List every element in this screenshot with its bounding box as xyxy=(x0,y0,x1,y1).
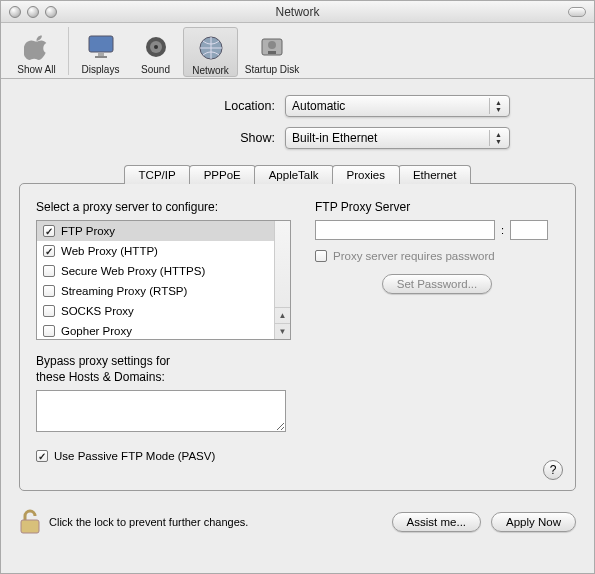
globe-icon xyxy=(197,34,225,62)
proxy-row-https[interactable]: Secure Web Proxy (HTTPS) xyxy=(37,261,274,281)
show-select[interactable]: Built-in Ethernet ▲▼ xyxy=(285,127,510,149)
toolbar-label: Displays xyxy=(82,64,120,75)
toolbar-label: Sound xyxy=(141,64,170,75)
proxy-row-gopher[interactable]: Gopher Proxy xyxy=(37,321,274,340)
tab-tcpip[interactable]: TCP/IP xyxy=(124,165,191,184)
proxy-select-label: Select a proxy server to configure: xyxy=(36,200,291,214)
display-icon xyxy=(86,33,116,61)
proxy-row-ftp[interactable]: FTP Proxy xyxy=(37,221,274,241)
proxy-item-label: Secure Web Proxy (HTTPS) xyxy=(61,265,205,277)
lock-open-icon[interactable] xyxy=(19,509,41,535)
proxy-list[interactable]: FTP Proxy Web Proxy (HTTP) Secure Web Pr… xyxy=(36,220,291,340)
window-title: Network xyxy=(1,5,594,19)
proxy-port-input[interactable] xyxy=(510,220,548,240)
titlebar: Network xyxy=(1,1,594,23)
requires-password-label: Proxy server requires password xyxy=(333,250,495,262)
proxy-checkbox[interactable] xyxy=(43,225,55,237)
svg-rect-1 xyxy=(98,53,104,56)
svg-rect-10 xyxy=(21,520,39,533)
chevron-updown-icon: ▲▼ xyxy=(489,130,507,146)
toolbar-label: Show All xyxy=(17,64,55,75)
proxy-scrollbar[interactable]: ▲ ▼ xyxy=(274,221,290,339)
proxy-item-label: FTP Proxy xyxy=(61,225,115,237)
set-password-button[interactable]: Set Password... xyxy=(382,274,493,294)
assist-me-button[interactable]: Assist me... xyxy=(392,512,481,532)
svg-point-5 xyxy=(154,45,158,49)
toolbar-displays[interactable]: Displays xyxy=(73,27,128,75)
proxy-checkbox[interactable] xyxy=(43,285,55,297)
proxy-item-label: Gopher Proxy xyxy=(61,325,132,337)
server-label: FTP Proxy Server xyxy=(315,200,559,214)
scroll-up-icon[interactable]: ▲ xyxy=(275,307,290,323)
toolbar-sound[interactable]: Sound xyxy=(128,27,183,75)
proxy-checkbox[interactable] xyxy=(43,325,55,337)
toolbar-separator xyxy=(68,27,69,75)
location-value: Automatic xyxy=(292,99,345,113)
bypass-hosts-input[interactable] xyxy=(36,390,286,432)
proxy-checkbox[interactable] xyxy=(43,305,55,317)
disk-icon xyxy=(258,33,286,61)
toolbar-network[interactable]: Network xyxy=(183,27,238,77)
toolbar-startup-disk[interactable]: Startup Disk xyxy=(238,27,306,75)
proxy-item-label: Streaming Proxy (RTSP) xyxy=(61,285,187,297)
tab-ethernet[interactable]: Ethernet xyxy=(398,165,471,184)
proxy-row-http[interactable]: Web Proxy (HTTP) xyxy=(37,241,274,261)
speaker-icon xyxy=(142,33,170,61)
svg-point-8 xyxy=(268,41,276,49)
show-value: Built-in Ethernet xyxy=(292,131,377,145)
passive-ftp-label: Use Passive FTP Mode (PASV) xyxy=(54,450,215,462)
host-port-separator: : xyxy=(501,224,504,236)
svg-rect-2 xyxy=(95,56,107,58)
tab-appletalk[interactable]: AppleTalk xyxy=(254,165,334,184)
scroll-down-icon[interactable]: ▼ xyxy=(275,323,290,339)
svg-rect-9 xyxy=(268,51,276,54)
apply-now-button[interactable]: Apply Now xyxy=(491,512,576,532)
proxy-row-rtsp[interactable]: Streaming Proxy (RTSP) xyxy=(37,281,274,301)
toolbar-toggle-button[interactable] xyxy=(568,7,586,17)
tab-pppoe[interactable]: PPPoE xyxy=(189,165,256,184)
tabpanel-proxies: Select a proxy server to configure: FTP … xyxy=(19,183,576,491)
show-label: Show: xyxy=(85,131,285,145)
tabstrip: TCP/IP PPPoE AppleTalk Proxies Ethernet xyxy=(19,165,576,184)
tab-proxies[interactable]: Proxies xyxy=(332,165,400,184)
proxy-item-label: Web Proxy (HTTP) xyxy=(61,245,158,257)
svg-rect-0 xyxy=(89,36,113,52)
toolbar-label: Startup Disk xyxy=(245,64,299,75)
lock-text: Click the lock to prevent further change… xyxy=(49,516,248,528)
help-button[interactable]: ? xyxy=(543,460,563,480)
proxy-checkbox[interactable] xyxy=(43,265,55,277)
toolbar-show-all[interactable]: Show All xyxy=(9,27,64,75)
passive-ftp-checkbox[interactable] xyxy=(36,450,48,462)
toolbar-label: Network xyxy=(192,65,229,76)
proxy-row-socks[interactable]: SOCKS Proxy xyxy=(37,301,274,321)
bypass-label-1: Bypass proxy settings for xyxy=(36,354,291,368)
proxy-item-label: SOCKS Proxy xyxy=(61,305,134,317)
toolbar: Show All Displays Sound Network Startup … xyxy=(1,23,594,79)
bypass-label-2: these Hosts & Domains: xyxy=(36,370,291,384)
proxy-host-input[interactable] xyxy=(315,220,495,240)
requires-password-checkbox[interactable] xyxy=(315,250,327,262)
proxy-checkbox[interactable] xyxy=(43,245,55,257)
location-select[interactable]: Automatic ▲▼ xyxy=(285,95,510,117)
apple-logo-icon xyxy=(24,34,50,60)
location-label: Location: xyxy=(85,99,285,113)
chevron-updown-icon: ▲▼ xyxy=(489,98,507,114)
